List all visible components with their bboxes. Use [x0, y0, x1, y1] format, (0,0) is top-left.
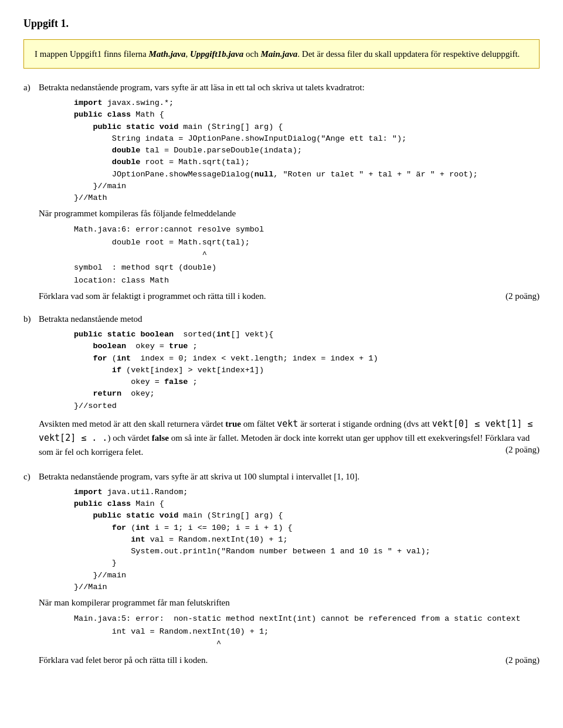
info-text2: ,	[185, 49, 190, 59]
section-a-code: import javax.swing.*; public class Math …	[74, 97, 540, 204]
section-a: a) Betrakta nedanstående program, vars s…	[23, 83, 540, 301]
info-file2: Uppgift1b.java	[190, 49, 243, 59]
section-a-error-intro: När programmet kompileras fås följande f…	[39, 209, 540, 219]
section-b-points: (2 poäng)	[506, 445, 540, 455]
section-c-intro: Betrakta nedanstående program, vars syft…	[39, 472, 540, 482]
section-c-question: Förklara vad felet beror på och rätta ti…	[39, 655, 208, 665]
info-text3: och	[243, 49, 260, 59]
section-c: c) Betrakta nedanstående program, vars s…	[23, 472, 540, 665]
info-file3: Main.java	[260, 49, 297, 59]
section-a-question: Förklara vad som är felaktigt i programm…	[39, 291, 266, 301]
info-text1: I mappen Uppgift1 finns filerna	[35, 49, 149, 59]
section-b-intro: Betrakta nedanstående metod	[39, 314, 540, 324]
section-a-error: Math.java:6: error:cannot resolve symbol…	[74, 223, 540, 287]
section-c-code: import java.util.Random; public class Ma…	[74, 487, 540, 593]
section-c-points: (2 poäng)	[506, 655, 540, 665]
info-box: I mappen Uppgift1 finns filerna Math.jav…	[23, 39, 540, 69]
section-a-letter: a)	[23, 83, 34, 301]
info-file1: Math.java	[149, 49, 186, 59]
section-a-intro: Betrakta nedanstående program, vars syft…	[39, 83, 540, 93]
section-b-letter: b)	[23, 314, 34, 459]
section-b: b) Betrakta nedanstående metod public st…	[23, 314, 540, 459]
section-a-points: (2 poäng)	[506, 291, 540, 301]
section-c-error-intro: När man kompilerar programmet får man fe…	[39, 598, 540, 608]
section-b-code: public static boolean sorted(int[] vekt)…	[74, 329, 540, 412]
section-c-error: Main.java:5: error: non-static method ne…	[74, 613, 540, 651]
page-title: Uppgift 1.	[23, 18, 540, 30]
info-text4: . Det är dessa filer du skall uppdatera …	[297, 49, 520, 59]
section-c-letter: c)	[23, 472, 34, 665]
section-b-explanation: Avsikten med metod är att den skall retu…	[39, 419, 533, 457]
